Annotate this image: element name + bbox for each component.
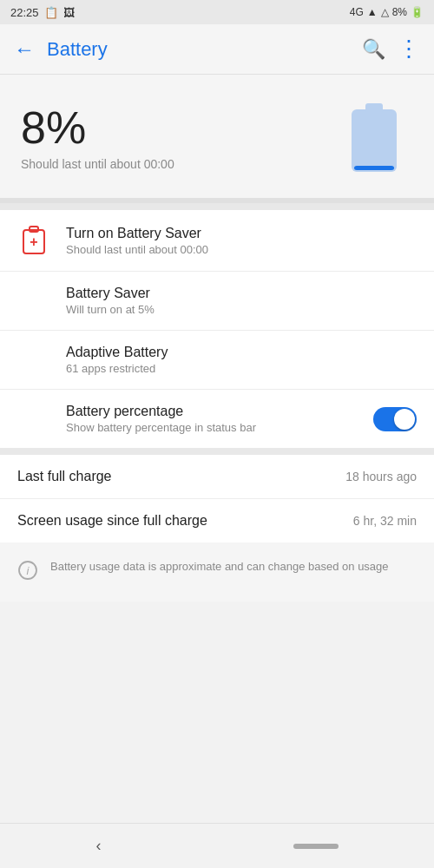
list-item-screen-usage: Screen usage since full charge 6 hr, 32 …: [0, 499, 434, 542]
list-item-adaptive-battery[interactable]: Adaptive Battery 61 apps restricted: [0, 331, 434, 390]
adaptive-battery-subtitle: 61 apps restricted: [66, 362, 417, 375]
nav-back-button[interactable]: ‹: [96, 837, 102, 855]
battery-graphic: [335, 99, 413, 177]
notification-icon: 📋: [44, 6, 58, 19]
status-left: 22:25 📋 🖼: [10, 6, 75, 19]
last-full-charge-label: Last full charge: [17, 469, 337, 484]
settings-list: + Turn on Battery Saver Should last unti…: [0, 210, 434, 448]
battery-eta-label: Should last until about 00:00: [21, 157, 174, 171]
section-divider: [0, 203, 434, 210]
battery-percent-label: 8%: [21, 105, 174, 150]
search-button[interactable]: 🔍: [362, 38, 385, 61]
screen-usage-content: Screen usage since full charge: [17, 513, 345, 529]
list-item-battery-percentage[interactable]: Battery percentage Show battery percenta…: [0, 390, 434, 448]
image-icon: 🖼: [63, 6, 75, 19]
battery-saver-content: Battery Saver Will turn on at 5%: [66, 286, 417, 316]
battery-icon: 🔋: [411, 6, 424, 18]
signal-icon: ▲: [367, 6, 378, 18]
svg-rect-2: [354, 166, 394, 170]
list-item-turn-on-battery-saver[interactable]: + Turn on Battery Saver Should last unti…: [0, 210, 434, 272]
battery-saver-subtitle: Will turn on at 5%: [66, 303, 417, 316]
screen-usage-label: Screen usage since full charge: [17, 513, 345, 529]
last-full-charge-value: 18 hours ago: [345, 470, 417, 483]
battery-percentage-subtitle: Show battery percentage in status bar: [66, 421, 373, 434]
battery-status: 8%: [392, 6, 407, 18]
battery-svg: [343, 99, 405, 177]
info-icon: i: [17, 560, 38, 586]
list-item-last-full-charge: Last full charge 18 hours ago: [0, 455, 434, 499]
turn-on-battery-saver-title: Turn on Battery Saver: [66, 226, 417, 241]
info-note-text: Battery usage data is approximate and ca…: [50, 558, 389, 575]
list-item-battery-saver[interactable]: Battery Saver Will turn on at 5%: [0, 272, 434, 331]
nav-home-indicator[interactable]: [293, 844, 339, 849]
battery-hero-info: 8% Should last until about 00:00: [21, 105, 174, 171]
status-bar: 22:25 📋 🖼 4G ▲ △ 8% 🔋: [0, 0, 434, 24]
svg-text:+: +: [30, 234, 37, 249]
nav-bar: ‹: [0, 823, 434, 868]
turn-on-battery-saver-content: Turn on Battery Saver Should last until …: [66, 226, 417, 256]
toggle-knob: [394, 409, 415, 430]
battery-percentage-content: Battery percentage Show battery percenta…: [66, 404, 373, 434]
info-note: i Battery usage data is approximate and …: [0, 542, 434, 602]
screen-usage-value: 6 hr, 32 min: [353, 514, 417, 528]
svg-text:i: i: [27, 564, 30, 577]
battery-saver-title: Battery Saver: [66, 286, 417, 301]
page-title: Battery: [47, 38, 350, 61]
turn-on-battery-saver-subtitle: Should last until about 00:00: [66, 243, 417, 256]
battery-saver-icon: +: [17, 224, 50, 257]
battery-percentage-toggle[interactable]: [373, 407, 417, 431]
adaptive-battery-content: Adaptive Battery 61 apps restricted: [66, 345, 417, 375]
status-right: 4G ▲ △ 8% 🔋: [350, 6, 424, 18]
more-button[interactable]: ⋮: [398, 36, 420, 62]
svg-rect-0: [352, 109, 397, 172]
network-label: 4G: [350, 6, 364, 18]
toolbar: ← Battery 🔍 ⋮: [0, 24, 434, 75]
stats-list: Last full charge 18 hours ago Screen usa…: [0, 455, 434, 542]
stats-divider: [0, 448, 434, 455]
battery-percentage-title: Battery percentage: [66, 404, 373, 419]
last-full-charge-content: Last full charge: [17, 469, 337, 484]
back-button[interactable]: ←: [14, 37, 35, 62]
adaptive-battery-title: Adaptive Battery: [66, 345, 417, 360]
status-time: 22:25: [10, 6, 39, 19]
battery-hero: 8% Should last until about 00:00: [0, 75, 434, 203]
signal2-icon: △: [381, 6, 389, 18]
svg-rect-1: [365, 103, 383, 112]
